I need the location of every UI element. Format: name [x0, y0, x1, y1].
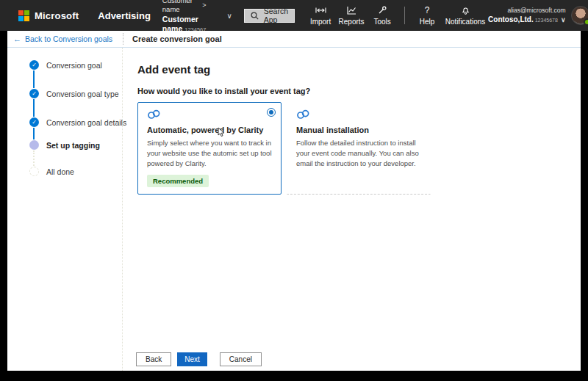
step-label: Set up tagging	[46, 141, 100, 150]
page-body: ✓ Conversion goal ✓ Conversion goal type…	[7, 48, 581, 371]
nav-divider	[404, 7, 405, 24]
search-icon	[251, 12, 259, 20]
page-container: ← Back to Conversion goals Create conver…	[7, 31, 581, 371]
step-check-icon: ✓	[29, 117, 39, 127]
subheader-divider	[123, 33, 123, 45]
nav-reports[interactable]: Reports	[336, 6, 367, 26]
option-description: Simply select where you want to track in…	[147, 138, 276, 168]
page-title: Create conversion goal	[132, 35, 222, 43]
presence-online-icon	[584, 18, 588, 26]
step-all-done[interactable]: All done	[29, 167, 74, 176]
section-title: Add event tag	[137, 63, 581, 76]
option-card-automatic-clarity[interactable]: Automatic, powered by Clarity Simply sel…	[137, 102, 282, 195]
chevron-right-icon: >	[202, 1, 206, 10]
step-pending-icon	[29, 167, 39, 176]
customer-selector[interactable]: Customer name > Customer name1234567	[162, 0, 207, 35]
back-to-conversion-goals-link[interactable]: ← Back to Conversion goals	[13, 35, 112, 43]
nav-notifications-label: Notifications	[445, 18, 485, 26]
radio-selected-icon[interactable]	[267, 108, 276, 117]
account-company-name: Contoso,Ltd.	[488, 15, 534, 23]
step-label: Conversion goal type	[46, 90, 119, 98]
help-icon: ?	[425, 6, 430, 15]
option-title: Automatic, powered by Clarity	[147, 126, 272, 134]
step-conversion-goal[interactable]: ✓ Conversion goal	[29, 60, 102, 70]
customer-parent-name[interactable]: Customer name	[162, 0, 198, 15]
recommended-badge: Recommended	[147, 175, 209, 187]
step-connector	[33, 99, 35, 117]
nav-import-label: Import	[310, 18, 331, 26]
nav-help[interactable]: ? Help	[412, 6, 442, 26]
option-cards: Automatic, powered by Clarity Simply sel…	[137, 102, 581, 195]
back-link-label: Back to Conversion goals	[25, 35, 112, 43]
step-set-up-tagging[interactable]: Set up tagging	[29, 140, 100, 150]
import-icon	[315, 6, 326, 15]
cancel-button[interactable]: Cancel	[220, 352, 262, 366]
notifications-bell-icon	[462, 6, 470, 15]
brand-name: Microsoft	[35, 10, 79, 21]
step-current-icon	[29, 140, 39, 150]
step-label: All done	[46, 167, 74, 176]
install-question: How would you like to install your event…	[137, 87, 581, 95]
back-button[interactable]: Back	[136, 352, 171, 366]
wizard-stepper: ✓ Conversion goal ✓ Conversion goal type…	[7, 48, 123, 371]
tools-icon	[378, 6, 387, 15]
step-conversion-goal-details[interactable]: ✓ Conversion goal details	[29, 117, 126, 127]
nav-tools-label: Tools	[373, 18, 390, 26]
sub-header: ← Back to Conversion goals Create conver…	[7, 31, 581, 48]
brand-product: Advertising	[98, 10, 151, 21]
option-description: Follow the detailed instruction to insta…	[296, 138, 426, 168]
wizard-footer: Back Next Cancel	[136, 352, 262, 366]
link-icon	[296, 109, 310, 120]
nav-help-label: Help	[420, 18, 435, 26]
step-check-icon: ✓	[29, 89, 39, 98]
option-title: Manual installation	[296, 126, 421, 134]
step-conversion-goal-type[interactable]: ✓ Conversion goal type	[29, 89, 119, 98]
link-icon	[147, 109, 161, 120]
step-connector-dotted	[33, 150, 35, 166]
chevron-down-icon[interactable]: ∨	[226, 12, 232, 20]
option-card-manual-installation[interactable]: Manual installation Follow the detailed …	[287, 102, 431, 195]
account-id: 12345678	[535, 18, 558, 23]
nav-import[interactable]: Import	[305, 6, 336, 26]
search-input[interactable]: Search App	[244, 9, 295, 23]
search-placeholder: Search App	[264, 7, 288, 24]
account-chevron-down-icon: ∨	[561, 16, 566, 23]
account-menu[interactable]: alias@microsoft.com Contoso,Ltd.12345678…	[488, 7, 565, 25]
main-content: Add event tag How would you like to inst…	[123, 48, 581, 371]
nav-tools[interactable]: Tools	[367, 6, 398, 26]
step-connector	[33, 70, 35, 88]
nav-notifications[interactable]: Notifications	[442, 6, 488, 26]
top-nav: Import Reports Tools ? Help	[305, 6, 488, 26]
account-email: alias@microsoft.com	[488, 7, 565, 15]
back-arrow-icon: ←	[13, 35, 21, 43]
microsoft-logo-icon	[18, 10, 29, 21]
step-connector	[33, 128, 35, 139]
nav-reports-label: Reports	[339, 18, 365, 26]
step-label: Conversion goal	[46, 61, 102, 70]
top-bar: Microsoft Advertising Customer name > Cu…	[0, 0, 588, 31]
reports-icon	[347, 6, 356, 15]
next-button[interactable]: Next	[177, 352, 207, 366]
step-check-icon: ✓	[29, 60, 39, 70]
user-avatar[interactable]	[571, 6, 588, 25]
step-label: Conversion goal details	[46, 118, 126, 127]
